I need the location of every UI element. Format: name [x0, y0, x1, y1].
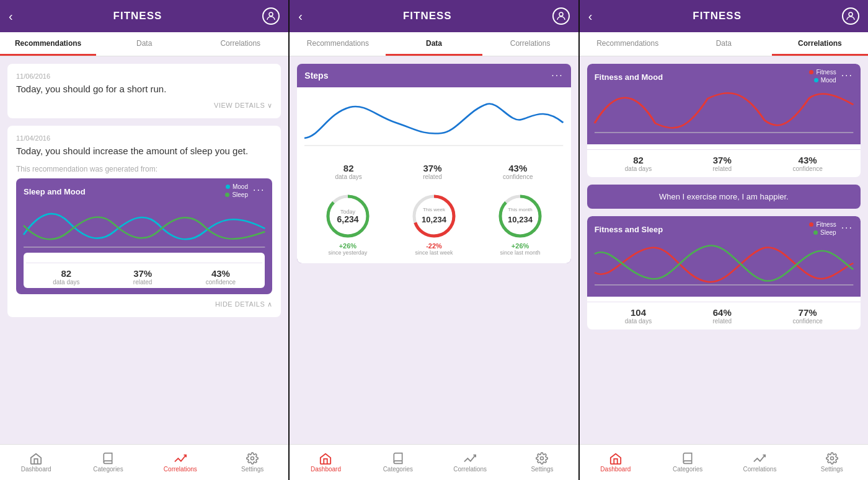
sleep-legend: Sleep: [225, 191, 248, 198]
circle-month: This month 10,234 +26% since last month: [497, 193, 544, 256]
steps-dots[interactable]: ···: [551, 70, 563, 81]
steps-stats: 82 data days 37% related 43% confidence: [297, 158, 570, 188]
steps-stat-related-val: 37%: [423, 163, 442, 173]
rec-date-2: 11/04/2016: [16, 134, 272, 142]
circle-week-ring: This week 10,234: [410, 193, 458, 240]
nav-settings-label-2: Settings: [531, 466, 553, 473]
rec-card-2: 11/04/2016 Today, you should increase th…: [7, 126, 281, 317]
circle-month-change: +26%: [497, 242, 544, 250]
back-button-1[interactable]: ‹: [9, 9, 13, 24]
fitness-mood-title: Fitness and Mood: [595, 72, 663, 82]
nav-settings-1[interactable]: Settings: [216, 445, 288, 480]
tabs-1: Recommendations Data Correlations: [0, 32, 288, 56]
fs-stat-days-lbl: data days: [625, 318, 652, 325]
nav-settings-2[interactable]: Settings: [506, 445, 578, 480]
stat-confidence-value-1: 43%: [206, 268, 236, 279]
nav-dashboard-label-1: Dashboard: [21, 466, 51, 473]
fitness-dot-1: [809, 70, 813, 74]
nav-correlations-3[interactable]: Correlations: [724, 445, 795, 480]
fitness-mood-card: Fitness and Mood Fitness Mood: [587, 64, 861, 177]
sleep-label-2: Sleep: [820, 229, 836, 236]
card-dots-1[interactable]: ···: [253, 185, 265, 196]
header-3: ‹ FITNESS: [580, 0, 868, 32]
stat-confidence-1: 43% confidence: [206, 268, 236, 286]
svg-text:This week: This week: [423, 207, 446, 212]
bottom-nav-2: Dashboard Categories Correlations: [290, 444, 578, 480]
nav-dashboard-1[interactable]: Dashboard: [0, 445, 72, 480]
fitness-sleep-dots[interactable]: ···: [841, 222, 853, 233]
fitness-sleep-chart: [595, 238, 853, 288]
fitness-mood-header-area: Fitness and Mood Fitness Mood: [587, 64, 861, 144]
fitness-dot-2: [809, 222, 813, 227]
fs-stat-conf-lbl: confidence: [792, 318, 822, 325]
profile-icon-3[interactable]: [842, 7, 859, 25]
fitness-mood-chart: [595, 86, 853, 136]
mood-dot-1: [814, 78, 818, 82]
stat-days-label-1: data days: [53, 279, 79, 286]
nav-dashboard-label-2: Dashboard: [311, 466, 341, 473]
fitness-sleep-card-header: Fitness and Sleep Fitness Sleep: [595, 222, 853, 236]
nav-correlations-2[interactable]: Correlations: [434, 445, 506, 480]
tab-correlations-1[interactable]: Correlations: [192, 32, 288, 56]
header-1: ‹ FITNESS: [0, 0, 288, 32]
circle-month-ring: This month 10,234: [497, 193, 544, 240]
back-button-3[interactable]: ‹: [588, 9, 593, 24]
nav-correlations-1[interactable]: Correlations: [144, 445, 216, 480]
profile-icon-1[interactable]: [262, 7, 280, 25]
nav-categories-1[interactable]: Categories: [72, 445, 144, 480]
fm-stat-related: 37% related: [713, 155, 732, 172]
svg-point-0: [269, 12, 273, 16]
fitness-mood-legend: Fitness Mood: [809, 69, 836, 84]
view-details-1[interactable]: VIEW DETAILS ∨: [16, 102, 272, 110]
fm-stat-days-val: 82: [625, 155, 652, 165]
tab-recommendations-1[interactable]: Recommendations: [0, 32, 96, 56]
fs-stat-conf-val: 77%: [792, 307, 822, 318]
content-1: 11/06/2016 Today, you should go for a sh…: [0, 56, 288, 444]
tabs-3: Recommendations Data Correlations: [580, 32, 868, 56]
nav-settings-3[interactable]: Settings: [796, 445, 868, 480]
rec-generated-from: This recommendation was generated from:: [16, 165, 272, 173]
circle-week-change: -22%: [410, 242, 458, 250]
sleep-mood-chart: [24, 201, 265, 250]
hide-details-1[interactable]: HIDE DETAILS ∧: [16, 300, 272, 308]
fitness-legend-1: Fitness: [809, 69, 836, 76]
tab-data-1[interactable]: Data: [96, 32, 192, 56]
nav-settings-label-1: Settings: [241, 466, 264, 473]
tabs-2: Recommendations Data Correlations: [290, 32, 578, 56]
sleep-label: Sleep: [232, 191, 248, 198]
steps-chart: [304, 95, 563, 151]
mood-legend-1: Mood: [814, 77, 836, 84]
circle-today: Today 6,234 +26% since yesterday: [324, 193, 371, 256]
fitness-sleep-stats: 104 data days 64% related 77% confidence: [587, 302, 861, 329]
app-title-1: FITNESS: [113, 10, 162, 22]
fitness-label-1: Fitness: [816, 69, 836, 76]
fs-stat-days-val: 104: [625, 307, 652, 318]
tab-recommendations-2[interactable]: Recommendations: [290, 32, 386, 56]
tab-data-3[interactable]: Data: [676, 32, 772, 56]
rec-text-2: Today, you should increase the amount of…: [16, 144, 272, 157]
profile-icon-2[interactable]: [552, 7, 570, 25]
screen-data: ‹ FITNESS Recommendations Data Correlati…: [290, 0, 579, 480]
stat-related-value-1: 37%: [133, 268, 153, 279]
tab-correlations-2[interactable]: Correlations: [482, 32, 578, 56]
tab-recommendations-3[interactable]: Recommendations: [580, 32, 676, 56]
nav-categories-3[interactable]: Categories: [652, 445, 724, 480]
nav-dashboard-2[interactable]: Dashboard: [290, 445, 361, 480]
stat-days-value-1: 82: [53, 268, 79, 279]
nav-correlations-label-2: Correlations: [453, 466, 487, 473]
fitness-mood-dots[interactable]: ···: [841, 70, 853, 81]
circle-today-since: since yesterday: [324, 250, 371, 256]
app-title-3: FITNESS: [693, 10, 742, 22]
tab-data-2[interactable]: Data: [386, 32, 482, 56]
tab-correlations-3[interactable]: Correlations: [772, 32, 868, 56]
back-button-2[interactable]: ‹: [298, 9, 303, 24]
bottom-nav-3: Dashboard Categories Correlations: [580, 444, 868, 480]
nav-correlations-label-3: Correlations: [743, 466, 777, 473]
fitness-legend-2: Fitness: [809, 221, 836, 228]
mood-dot: [226, 185, 230, 189]
nav-dashboard-3[interactable]: Dashboard: [580, 445, 652, 480]
fitness-sleep-card: Fitness and Sleep Fitness Sleep: [587, 216, 861, 329]
circle-week-since: since last week: [410, 250, 458, 256]
fitness-label-2: Fitness: [816, 221, 836, 228]
nav-categories-2[interactable]: Categories: [362, 445, 434, 480]
